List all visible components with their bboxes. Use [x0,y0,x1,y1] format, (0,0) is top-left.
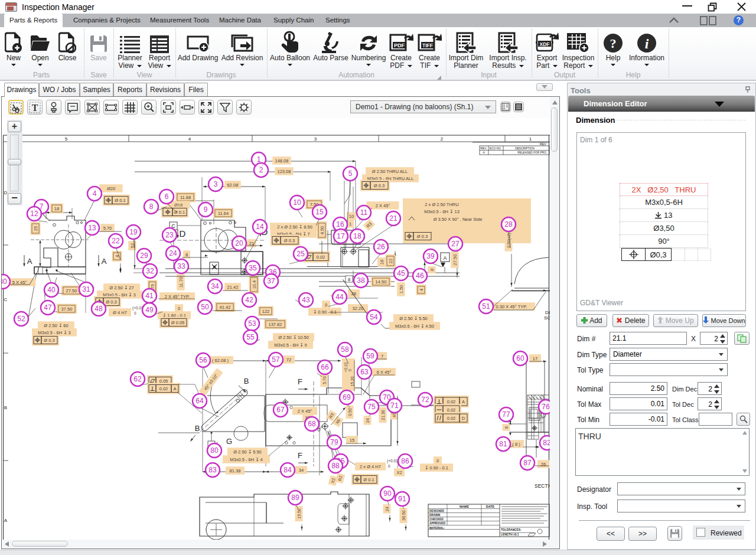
svg-text:40: 40 [47,286,56,294]
svg-text:23: 23 [165,231,174,239]
svg-text:25: 25 [296,250,305,258]
svg-text:148.08: 148.08 [275,158,289,164]
svg-text:21.42: 21.42 [227,285,239,290]
svg-text:A: A [462,399,465,404]
svg-text:14: 14 [256,223,264,231]
svg-text:67: 67 [276,406,285,414]
svg-text:DRAWN: DRAWN [429,514,441,517]
svg-text:35: 35 [249,264,257,272]
svg-text:1: 1 [529,136,532,142]
svg-text:Ø 0.1: Ø 0.1 [174,210,185,215]
svg-text:33: 33 [177,262,185,270]
svg-text:B: B [4,405,7,410]
svg-text:79: 79 [330,438,338,446]
svg-text:B: B [244,377,249,386]
svg-text:10: 10 [349,214,354,219]
svg-text:60: 60 [516,354,524,363]
svg-text:18: 18 [379,260,384,265]
svg-text:Ø 0.3: Ø 0.3 [44,338,54,343]
svg-text:Ø 0.3: Ø 0.3 [374,183,384,188]
svg-text:9: 9 [204,205,208,214]
svg-text:24: 24 [366,418,370,423]
svg-text:28: 28 [504,220,513,228]
svg-text:31: 31 [82,285,90,293]
svg-text:APPROVED: APPROVED [429,522,445,525]
svg-text:Ø 4 H7: Ø 4 H7 [113,310,127,315]
svg-text:8: 8 [429,269,435,271]
svg-text:41: 41 [145,292,154,300]
svg-text:M3x0.5 - 6H ↧ 4.50: M3x0.5 - 6H ↧ 4.50 [395,324,434,329]
svg-text:A: A [27,257,32,266]
svg-text:6 X 45°: 6 X 45° [377,370,392,375]
svg-text:PDF: PDF [394,43,405,48]
svg-text:18: 18 [353,232,361,240]
svg-text:41.42: 41.42 [220,305,231,310]
svg-text:F: F [298,451,302,460]
svg-text:A: A [102,257,107,266]
svg-text:37: 37 [267,277,275,285]
svg-text:21: 21 [389,214,397,223]
svg-text:5 X 45°: 5 X 45° [12,280,27,285]
svg-text:56: 56 [199,356,207,364]
svg-text:55: 55 [246,333,255,341]
svg-text:8: 8 [504,426,509,429]
svg-text:CHECKED: CHECKED [429,518,444,521]
svg-text:11.64: 11.64 [218,211,229,216]
svg-text:NAME: NAME [460,505,470,508]
svg-text:8: 8 [185,252,188,257]
svg-text:17: 17 [337,232,345,240]
svg-text:76: 76 [542,403,550,411]
svg-text:0: 0 [388,464,390,468]
svg-text:A: A [173,386,176,391]
svg-text:66: 66 [321,363,329,371]
svg-text:69: 69 [343,393,351,401]
svg-text:62.08: 62.08 [227,182,239,188]
svg-text:0: 0 [178,306,180,311]
svg-text:62: 62 [133,375,142,383]
svg-text:A: A [4,518,8,523]
svg-text:DATE: DATE [486,505,495,508]
svg-text:11: 11 [360,208,368,217]
svg-text:27.50: 27.50 [452,254,458,266]
svg-text:0.50: 0.50 [348,408,352,416]
svg-text:Ø 2.50 ↧ 10.50: Ø 2.50 ↧ 10.50 [278,335,309,340]
svg-text:15.20: 15.20 [350,376,354,387]
svg-text:X2: X2 [396,470,402,475]
svg-text:Ø 0.1: Ø 0.1 [115,198,125,203]
svg-text:Ø 2.50 ↧ 27: Ø 2.50 ↧ 27 [109,285,133,290]
svg-text:10: 10 [293,198,301,207]
svg-text:19.50: 19.50 [297,508,301,519]
svg-text:↧ 0.90 - 0.1: ↧ 0.90 - 0.1 [425,465,448,471]
svg-text:27.50: 27.50 [66,288,77,293]
svg-text:44: 44 [335,293,344,301]
svg-text:46: 46 [416,272,424,280]
svg-text:0: 0 [348,369,352,371]
svg-text:4.50: 4.50 [320,226,325,235]
svg-text:A: A [483,151,485,154]
svg-text:REV.: REV. [481,147,487,150]
svg-text:58: 58 [341,345,349,354]
svg-text:Ø 0.05: Ø 0.05 [171,320,185,325]
svg-text:5: 5 [348,169,353,178]
svg-text:Ø 2.50 ↧ 5.50: Ø 2.50 ↧ 5.50 [399,316,428,321]
svg-text:SECTIO: SECTIO [535,483,550,489]
svg-text:12: 12 [30,210,38,218]
svg-text:Ø 0.1: Ø 0.1 [363,477,374,482]
svg-text:77: 77 [502,410,510,419]
svg-text:90: 90 [383,489,392,498]
svg-text:22: 22 [112,237,120,245]
svg-text:89: 89 [291,494,299,502]
svg-text:79: 79 [151,284,155,289]
svg-text:11.70: 11.70 [178,277,184,288]
svg-text:64: 64 [195,397,204,405]
svg-text:Ø20: Ø20 [107,186,115,191]
svg-text:83: 83 [208,466,217,474]
svg-text:34: 34 [299,468,304,473]
svg-text:( 8 ): ( 8 ) [512,442,520,447]
svg-text:1: 1 [349,221,351,227]
svg-text:1.50: 1.50 [399,285,404,294]
svg-text:6: 6 [165,192,169,201]
svg-text:M3x0.5 - 6H ↧ 13: M3x0.5 - 6H ↧ 13 [424,209,460,214]
svg-text:24: 24 [169,249,177,257]
svg-text:88: 88 [331,462,340,470]
